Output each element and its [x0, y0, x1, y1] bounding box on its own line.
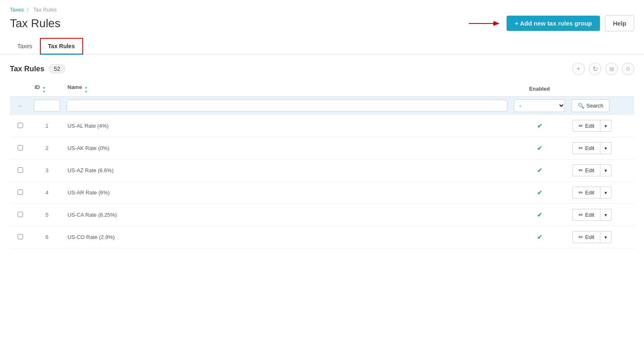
caret-down-icon: ▾ [604, 212, 607, 218]
refresh-button[interactable]: ↻ [589, 63, 601, 75]
sort-up-icon-name: ▴ [85, 90, 87, 93]
row-2-checkbox[interactable] [18, 145, 23, 150]
enabled-check-icon: ✔ [515, 189, 564, 197]
filter-enabled-select[interactable]: - Yes No [514, 99, 565, 112]
search-button[interactable]: 🔍 Search [572, 99, 609, 112]
pencil-icon: ✏ [579, 145, 583, 151]
database-button[interactable]: ⊙ [622, 63, 634, 75]
row-4-actions: ✏ Edit ▾ [568, 182, 634, 204]
pencil-icon: ✏ [579, 234, 583, 240]
row-1-enabled: ✔ [511, 115, 568, 137]
row-2-id: 2 [30, 137, 63, 159]
arrow-indicator [469, 19, 502, 28]
row-5-checkbox-cell [10, 204, 30, 226]
row-4-edit-button[interactable]: ✏ Edit [572, 187, 600, 199]
edit-label: Edit [585, 190, 594, 196]
enabled-check-icon: ✔ [515, 211, 564, 219]
table-title-text: Tax Rules [10, 65, 44, 73]
row-6-enabled: ✔ [511, 226, 568, 248]
plus-icon: + [577, 65, 580, 73]
enabled-check-icon: ✔ [515, 122, 564, 130]
table-title-area: Tax Rules 52 [10, 64, 65, 73]
svg-marker-1 [493, 21, 500, 26]
row-5-edit-button[interactable]: ✏ Edit [572, 209, 600, 221]
row-6-checkbox[interactable] [18, 234, 23, 239]
row-3-checkbox-cell [10, 159, 30, 182]
add-new-tax-rules-group-button[interactable]: + Add new tax rules group [507, 16, 600, 31]
edit-label: Edit [585, 212, 594, 218]
tab-taxes[interactable]: Taxes [10, 38, 40, 54]
pencil-icon: ✏ [579, 190, 583, 196]
col-header-enabled: Enabled [511, 81, 568, 97]
table-row: 3 US-AZ Rate (6.6%) ✔ ✏ Edit ▾ [10, 159, 634, 182]
pencil-icon: ✏ [579, 212, 583, 218]
search-icon: 🔍 [578, 103, 584, 109]
header-actions: + Add new tax rules group Help [469, 15, 634, 31]
row-4-checkbox-cell [10, 182, 30, 204]
row-1-checkbox-cell [10, 115, 30, 137]
row-2-checkbox-cell [10, 137, 30, 159]
breadcrumb-current: Tax Rules [33, 7, 57, 13]
row-1-edit-button[interactable]: ✏ Edit [572, 120, 600, 132]
row-1-dropdown-button[interactable]: ▾ [600, 120, 611, 132]
enabled-check-icon: ✔ [515, 233, 564, 241]
table-row: 4 US-AR Rate (6%) ✔ ✏ Edit ▾ [10, 182, 634, 204]
edit-label: Edit [585, 234, 594, 240]
add-icon-button[interactable]: + [572, 63, 585, 75]
row-2-edit-button[interactable]: ✏ Edit [572, 142, 600, 154]
row-4-enabled: ✔ [511, 182, 568, 204]
search-label: Search [586, 103, 603, 109]
filter-action-cell: 🔍 Search [568, 97, 634, 115]
row-6-actions: ✏ Edit ▾ [568, 226, 634, 248]
row-3-enabled: ✔ [511, 159, 568, 182]
row-5-checkbox[interactable] [18, 212, 23, 217]
table-row: 6 US-CO Rate (2.9%) ✔ ✏ Edit ▾ [10, 226, 634, 248]
filter-name-input[interactable] [67, 100, 507, 112]
id-sort-icons[interactable]: ▾ ▴ [43, 87, 45, 93]
row-6-name: US-CO Rate (2.9%) [63, 226, 511, 248]
enabled-check-icon: ✔ [515, 144, 564, 152]
database-icon: ⊙ [626, 66, 630, 72]
row-6-dropdown-button[interactable]: ▾ [600, 231, 611, 243]
edit-label: Edit [585, 123, 594, 129]
filter-id-input[interactable] [34, 100, 60, 112]
count-badge: 52 [49, 64, 66, 73]
tab-tax-rules[interactable]: Tax Rules [40, 38, 83, 55]
breadcrumb: Taxes / Tax Rules [10, 7, 634, 13]
pencil-icon: ✏ [579, 167, 583, 173]
row-4-name: US-AR Rate (6%) [63, 182, 511, 204]
table-toolbar: + ↻ ▤ ⊙ [572, 63, 634, 75]
row-4-id: 4 [30, 182, 63, 204]
col-header-id[interactable]: ID ▾ ▴ [30, 81, 63, 97]
row-4-dropdown-button[interactable]: ▾ [600, 187, 611, 199]
arrow-svg [469, 19, 502, 28]
row-3-edit-button[interactable]: ✏ Edit [572, 164, 600, 176]
enabled-check-icon: ✔ [515, 166, 564, 174]
breadcrumb-parent[interactable]: Taxes [10, 7, 24, 13]
export-icon: ▤ [609, 66, 614, 72]
page-title: Tax Rules [10, 17, 60, 30]
row-3-actions: ✏ Edit ▾ [568, 159, 634, 182]
table-row: 1 US-AL Rate (4%) ✔ ✏ Edit ▾ [10, 115, 634, 137]
tabs-bar: Taxes Tax Rules [0, 38, 644, 54]
help-button[interactable]: Help [605, 15, 634, 31]
row-5-dropdown-button[interactable]: ▾ [600, 209, 611, 221]
row-2-dropdown-button[interactable]: ▾ [600, 142, 611, 154]
sort-up-icon: ▴ [43, 90, 45, 93]
col-header-name[interactable]: Name ▾ ▴ [63, 81, 511, 97]
col-header-checkbox [10, 81, 30, 97]
row-4-checkbox[interactable] [18, 190, 23, 195]
filter-enabled-cell: - Yes No [511, 97, 568, 115]
row-1-actions: ✏ Edit ▾ [568, 115, 634, 137]
caret-down-icon: ▾ [604, 168, 607, 173]
name-sort-icons[interactable]: ▾ ▴ [85, 87, 87, 93]
tax-rules-table: ID ▾ ▴ Name ▾ ▴ Enabled [10, 81, 634, 248]
export-button[interactable]: ▤ [605, 63, 618, 75]
row-1-checkbox[interactable] [18, 123, 23, 128]
row-2-enabled: ✔ [511, 137, 568, 159]
table-row: 5 US-CA Rate (8.25%) ✔ ✏ Edit ▾ [10, 204, 634, 226]
row-6-edit-button[interactable]: ✏ Edit [572, 231, 600, 243]
row-3-dropdown-button[interactable]: ▾ [600, 164, 611, 176]
row-3-checkbox[interactable] [18, 167, 23, 173]
table-header: ID ▾ ▴ Name ▾ ▴ Enabled [10, 81, 634, 97]
